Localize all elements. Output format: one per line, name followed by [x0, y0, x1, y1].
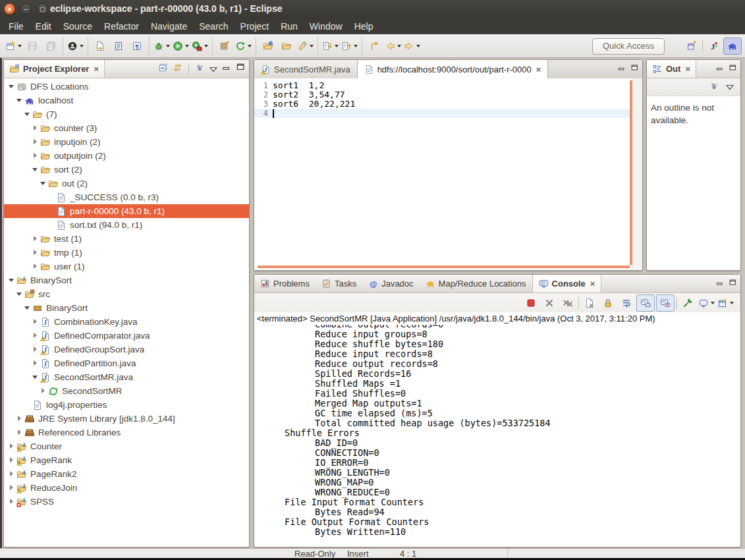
toolbar-next-annotation-button[interactable] — [321, 38, 339, 54]
expander-collapsed-icon[interactable] — [32, 332, 39, 339]
expander-expanded-icon[interactable] — [40, 180, 47, 187]
tree-item-out-2[interactable]: out (2) — [4, 177, 249, 190]
tree-item-log4j-properties[interactable]: log4j.properties — [4, 398, 249, 412]
dropdown-arrow-icon[interactable] — [18, 45, 22, 47]
tree-item-referenced-libraries[interactable]: Referenced Libraries — [4, 426, 249, 439]
tree-item-inputjoin-2[interactable]: inputjoin (2) — [4, 135, 249, 149]
menu-run[interactable]: Run — [275, 18, 304, 34]
dropdown-arrow-icon[interactable] — [248, 45, 252, 47]
toolbar-debug-button[interactable] — [153, 38, 171, 54]
tab-outline[interactable]: Out × — [647, 60, 696, 78]
toolbar-open-perspective-button[interactable] — [683, 38, 700, 54]
close-icon[interactable]: × — [536, 65, 541, 74]
expander-collapsed-icon[interactable] — [32, 125, 39, 132]
console-open-console-button[interactable] — [717, 295, 734, 311]
expander-collapsed-icon[interactable] — [32, 138, 39, 146]
perspective-java-perspective-button[interactable]: J — [705, 38, 722, 54]
dropdown-arrow-icon[interactable] — [354, 45, 358, 47]
menu-help[interactable]: Help — [348, 18, 379, 34]
tree-item-7[interactable]: (7) — [4, 107, 249, 121]
expander-expanded-icon[interactable] — [24, 304, 31, 312]
console-word-wrap-button[interactable] — [618, 295, 635, 311]
toolbar-prev-annotation-button[interactable] — [341, 38, 358, 54]
tree-item-definedcomparator-java[interactable]: JDefinedComparator.java — [4, 329, 249, 343]
tree-item-jre-system-library-jdk1-8-0-144[interactable]: JRE System Library [jdk1.8.0_144] — [4, 412, 249, 426]
view-menu-button[interactable] — [726, 81, 734, 93]
tree-item-tmp-1[interactable]: tmp (1) — [4, 246, 249, 260]
dropdown-arrow-icon[interactable] — [204, 45, 208, 47]
expander-collapsed-icon[interactable] — [32, 346, 39, 353]
quick-access-button[interactable]: Quick Access — [592, 38, 665, 55]
expander-collapsed-icon[interactable] — [32, 152, 39, 159]
expander-collapsed-icon[interactable] — [16, 429, 23, 436]
tree-item-binarysort[interactable]: JBinarySort — [4, 273, 249, 287]
menu-search[interactable]: Search — [193, 18, 234, 34]
tree-item-pagerank2[interactable]: JPageRank2 — [4, 467, 249, 481]
expander-collapsed-icon[interactable] — [8, 457, 15, 464]
expander-collapsed-icon[interactable] — [32, 235, 39, 242]
dropdown-arrow-icon[interactable] — [397, 45, 401, 47]
tree-item-sort-txt-94-0-b-r1[interactable]: sort.txt (94.0 b, r1) — [4, 218, 249, 232]
menu-source[interactable]: Source — [57, 18, 98, 34]
dropdown-arrow-icon[interactable] — [335, 45, 339, 47]
window-close-button[interactable]: × — [4, 3, 15, 14]
window-titlebar[interactable]: × − ▢ eclipse-workspace - part-r-00000 (… — [0, 0, 745, 19]
toolbar-forward-button[interactable] — [403, 38, 421, 54]
tree-item-sort-2[interactable]: sort (2) — [4, 163, 249, 177]
tab-project-explorer[interactable]: Project Explorer × — [4, 60, 105, 78]
maximize-button[interactable] — [236, 63, 246, 75]
tree-item-binarysort[interactable]: BinarySort — [4, 301, 249, 315]
console-remove-launch-button[interactable] — [541, 295, 558, 311]
tree-item-secondsortmr-java[interactable]: JSecondSortMR.java — [4, 370, 249, 384]
overview-ruler[interactable] — [632, 78, 642, 270]
perspective-mapreduce-perspective-button[interactable] — [723, 38, 742, 55]
dropdown-arrow-icon[interactable] — [310, 45, 314, 47]
expander-collapsed-icon[interactable] — [8, 470, 15, 478]
maximize-button[interactable] — [729, 63, 738, 75]
close-icon[interactable]: × — [590, 279, 595, 288]
console-pin-console-button[interactable] — [679, 295, 696, 311]
tree-item-success-0-0-b-r3[interactable]: _SUCCESS (0.0 b, r3) — [4, 190, 249, 204]
tree-item-src[interactable]: src — [4, 287, 249, 301]
console-show-stderr-button[interactable] — [656, 294, 675, 312]
toolbar-last-edit-location-button[interactable] — [366, 38, 383, 54]
dropdown-arrow-icon[interactable] — [416, 45, 420, 47]
tab-tasks[interactable]: Tasks — [316, 275, 362, 293]
tree-item-outputjoin-2[interactable]: outputjoin (2) — [4, 149, 249, 163]
toolbar-run-external-button[interactable] — [191, 38, 209, 54]
dropdown-arrow-icon[interactable] — [185, 45, 189, 47]
expander-collapsed-icon[interactable] — [32, 263, 39, 270]
console-remove-all-terminated-button[interactable] — [559, 295, 576, 311]
expander-expanded-icon[interactable] — [8, 277, 15, 284]
tree-item-definedpartition-java[interactable]: JDefinedPartition.java — [4, 356, 249, 370]
expander-expanded-icon[interactable] — [32, 374, 39, 381]
dropdown-arrow-icon[interactable] — [166, 45, 170, 47]
editor-tab-secondsortmr-java[interactable]: JSecondSortMR.java — [254, 60, 358, 78]
menu-edit[interactable]: Edit — [30, 18, 57, 34]
toolbar-show-whitespace-button[interactable]: ¶ — [128, 38, 146, 54]
toolbar-open-task-button[interactable] — [92, 38, 109, 54]
tree-item-spss[interactable]: JSPSS — [4, 495, 249, 509]
dropdown-arrow-icon[interactable] — [730, 302, 734, 304]
expander-collapsed-icon[interactable] — [32, 318, 39, 325]
expander-expanded-icon[interactable] — [24, 111, 31, 118]
toolbar-new-wizard-button[interactable] — [5, 38, 22, 54]
expander-collapsed-icon[interactable] — [40, 387, 47, 395]
console-output[interactable]: Combine output records=0Reduce input gro… — [254, 325, 740, 546]
console-display-selected-console-button[interactable] — [698, 295, 715, 311]
expander-collapsed-icon[interactable] — [16, 415, 23, 422]
menu-file[interactable]: File — [3, 18, 30, 34]
view-menu-button[interactable] — [209, 63, 217, 75]
tree-item-combinationkey-java[interactable]: JCombinationKey.java — [4, 315, 249, 329]
console-show-stdout-button[interactable] — [636, 294, 655, 312]
toolbar-save-all-button[interactable] — [42, 38, 59, 54]
minimize-button[interactable] — [618, 63, 626, 75]
window-maximize-button[interactable]: ▢ — [37, 3, 48, 14]
console-scroll-lock-button[interactable] — [599, 295, 617, 311]
expander-collapsed-icon[interactable] — [8, 443, 15, 450]
tab-map-reduce-locations[interactable]: Map/Reduce Locations — [420, 275, 532, 293]
minimize-button[interactable] — [222, 63, 232, 75]
expander-collapsed-icon[interactable] — [8, 498, 15, 505]
tree-item-localhost[interactable]: localhost — [4, 94, 249, 107]
toolbar-run-button[interactable] — [172, 38, 190, 54]
